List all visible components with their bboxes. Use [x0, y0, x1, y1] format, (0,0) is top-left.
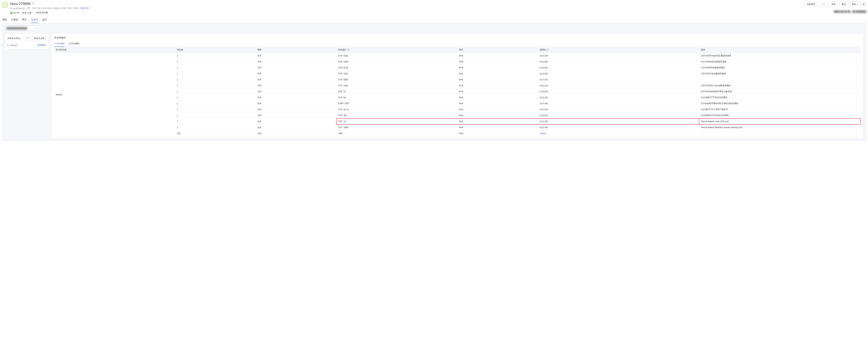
source-cell: 0.0.0.0/0 — [538, 95, 699, 101]
desc-cell: Permit default Linux SSH port. — [699, 119, 861, 125]
stop-button[interactable]: 关机 — [829, 2, 838, 7]
cell: 1 — [175, 112, 256, 119]
cell: 1 — [175, 89, 256, 95]
cell: IPv4 — [457, 130, 538, 136]
cell: IPv4 — [457, 77, 538, 83]
change-sg-button[interactable]: 更改安全组 — [32, 36, 46, 40]
sg-item-index: 1 — [7, 44, 9, 46]
cell: 允许 — [256, 71, 336, 77]
tab-monitoring[interactable]: 监控 — [42, 17, 47, 23]
source-cell: 0.0.0.0/0 — [538, 101, 699, 106]
cell: 允许 — [256, 119, 336, 125]
cell: 允许 — [256, 101, 336, 106]
desc-cell: 允许使用HTTPS协议访问网站 — [699, 112, 861, 119]
table-row: 1允许TCP: 6379IPv40.0.0.0/0允许访问Redis数据库服务 — [54, 65, 861, 71]
rules-table: 安全组名称 优先级 策略 协议端口? 类型 源地址? 描述 default1允许… — [54, 47, 861, 136]
cell: ICMP: 全部 — [336, 101, 457, 106]
tab-nics[interactable]: 网卡 — [22, 17, 27, 23]
cell: 100 — [175, 130, 256, 136]
tab-disks[interactable]: 云硬盘 — [11, 17, 18, 23]
chevron-down-icon: ▾ — [36, 27, 36, 29]
table-row: 1允许TCP: 8080IPv40.0.0.0/0- — [54, 77, 861, 83]
sg-item-name[interactable]: default — [10, 44, 17, 46]
remote-login-button[interactable]: 远程登录 — [805, 2, 817, 7]
detail-link[interactable]: 查看详情 — [81, 7, 89, 10]
tab-inbound[interactable]: 入方向规则 — [54, 41, 65, 47]
cell: TCP: 3389 — [336, 125, 457, 130]
table-row: 1允许TCP: 1521IPv40.0.0.0/0允许访问Oracle数据库服务 — [54, 71, 861, 77]
cell: IPv4 — [457, 101, 538, 106]
server-avatar-icon — [2, 2, 8, 8]
cell: TCP: 5432 — [336, 53, 457, 59]
cell: IPv4 — [457, 106, 538, 112]
sort-button[interactable]: 排序 — [24, 36, 31, 40]
table-row: 1允许TCP: 23IPv40.0.0.0/0允许Telnet远程登录弹性云服务… — [54, 89, 861, 95]
cell: TCP: 80 — [336, 95, 457, 101]
desc-cell: 允许访问PostgreSQL数据库服务 — [699, 53, 861, 59]
cell: 允许 — [256, 59, 336, 65]
source-cell: 0.0.0.0/0 — [538, 53, 699, 59]
help-icon[interactable]: ? — [547, 48, 549, 51]
cell: TCP: 22 — [336, 119, 457, 125]
nic-selector-value: ██████████████ — [6, 27, 27, 30]
col-policy: 策略 — [256, 47, 336, 53]
source-cell: 0.0.0.0/0 — [538, 59, 699, 65]
cell: 允许 — [256, 89, 336, 95]
table-row: 1允许ICMP: 全部IPv40.0.0.0/0允许ping程序测试弹性云服务器… — [54, 101, 861, 106]
tab-security-groups[interactable]: 安全组 — [31, 17, 38, 23]
help-icon[interactable]: ? — [347, 48, 349, 51]
expiry-label[interactable]: 366天后到期 — [36, 11, 48, 14]
cell: 允许 — [256, 83, 336, 89]
all-sg-label: 全部安全组(1) — [7, 37, 21, 40]
rules-title: 安全组规则 — [54, 36, 861, 39]
refresh-button[interactable] — [861, 2, 866, 7]
cell: 1 — [175, 53, 256, 59]
copy-icon[interactable] — [28, 7, 30, 10]
nic-selector[interactable]: ██████████████ ▾ — [5, 26, 38, 31]
page-header: hecs-279896 ID:a4a659df-ff9... CPU 2核 | … — [2, 2, 866, 16]
cell: 1 — [175, 59, 256, 65]
col-source: 源地址? — [538, 47, 699, 53]
cell: TCP: 23 — [336, 89, 457, 95]
refresh-icon — [863, 3, 865, 6]
cell: TCP: 443 — [336, 112, 457, 119]
cell: 允许 — [256, 125, 336, 130]
source-cell: 0.0.0.0/0 — [538, 65, 699, 71]
desc-cell: 允许访问Redis数据库服务 — [699, 65, 861, 71]
start-button[interactable]: 开机 — [819, 2, 828, 7]
cell: TCP: 1433 — [336, 83, 457, 89]
source-cell: 0.0.0.0/0 — [538, 112, 699, 119]
cell: 允许 — [256, 65, 336, 71]
col-protocol-port: 协议端口? — [336, 47, 457, 53]
sg-item-config-link[interactable]: 配置规则 — [38, 44, 46, 47]
restart-button[interactable]: 重启 — [839, 2, 848, 7]
cell: TCP: 6379 — [336, 65, 457, 71]
cell: TCP: 20-21 — [336, 106, 457, 112]
table-row: 1允许TCP: 443IPv40.0.0.0/0允许使用HTTPS协议访问网站 — [54, 112, 861, 119]
instance-specs: CPU 2核 | 内存 4GiB | 系统盘 40GiB | 带宽 2Mbit/… — [32, 7, 80, 10]
rules-panel: 安全组规则 入方向规则 出方向规则 安全组名称 优先级 策略 协议端口? — [52, 34, 863, 138]
cell: 允许 — [256, 130, 336, 136]
detail-tabs: 概览 云硬盘 网卡 安全组 监控 — [2, 17, 866, 23]
rule-direction-tabs: 入方向规则 出方向规则 — [54, 41, 861, 47]
verify-icon — [32, 2, 35, 6]
desc-cell: -- — [699, 130, 861, 136]
table-row: 1允许TCP: 80IPv40.0.0.0/0允许使用HTTP协议访问网站 — [54, 95, 861, 101]
instance-id: ID:a4a659df-ff9... — [10, 7, 27, 10]
table-row: default1允许TCP: 5432IPv40.0.0.0/0允许访问Post… — [54, 53, 861, 59]
cell: 1 — [175, 95, 256, 101]
more-button[interactable]: 更多▾ — [849, 2, 860, 7]
cell: 1 — [175, 83, 256, 89]
cell: 1 — [175, 101, 256, 106]
col-sg-name: 安全组名称 — [54, 47, 175, 53]
region-label: 华东-上海一 — [22, 11, 33, 14]
tab-outbound[interactable]: 出方向规则 — [69, 41, 80, 47]
table-row: 100允许全部IPv4default-- — [54, 130, 861, 136]
table-row: 1允许TCP: 3306IPv40.0.0.0/0允许访问MySQL数据库服务 — [54, 59, 861, 65]
desc-cell: Permit default Windows remote desktop po… — [699, 125, 861, 130]
tab-overview[interactable]: 概览 — [2, 17, 7, 23]
source-cell[interactable]: default — [538, 130, 699, 136]
cell: IPv4 — [457, 119, 538, 125]
cell: IPv4 — [457, 83, 538, 89]
desc-cell: 允许访问Oracle数据库服务 — [699, 71, 861, 77]
